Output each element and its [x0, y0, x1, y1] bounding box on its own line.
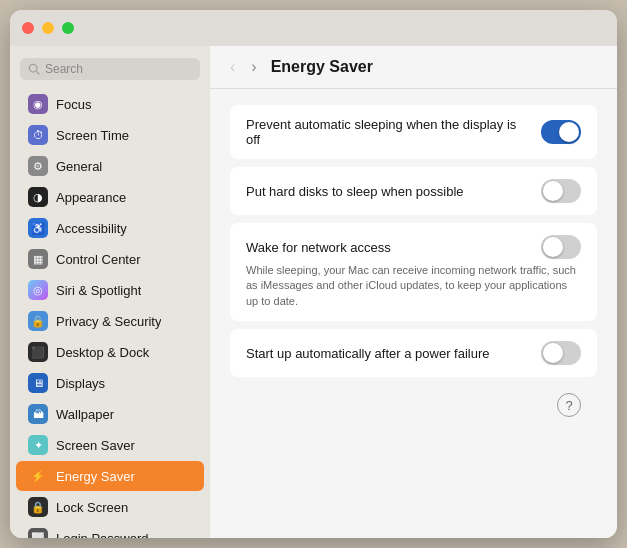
search-icon	[28, 63, 40, 75]
wallpaper-icon: 🏔	[28, 404, 48, 424]
sidebar-item-accessibility[interactable]: ♿Accessibility	[16, 213, 204, 243]
maximize-button[interactable]	[62, 22, 74, 34]
minimize-button[interactable]	[42, 22, 54, 34]
sidebar-item-energysaver[interactable]: ⚡Energy Saver	[16, 461, 204, 491]
sidebar-item-privacy[interactable]: 🔒Privacy & Security	[16, 306, 204, 336]
sidebar-item-focus[interactable]: ◉Focus	[16, 89, 204, 119]
screentime-icon: ⏱	[28, 125, 48, 145]
desktopdock-icon: ⬛	[28, 342, 48, 362]
lockscreen-icon: 🔒	[28, 497, 48, 517]
general-icon: ⚙	[28, 156, 48, 176]
search-input[interactable]	[45, 62, 192, 76]
sidebar-item-lockscreen[interactable]: 🔒Lock Screen	[16, 492, 204, 522]
setting-description-wake-network: While sleeping, your Mac can receive inc…	[246, 263, 581, 309]
page-title: Energy Saver	[271, 58, 373, 76]
setting-hard-disk-sleep: Put hard disks to sleep when possible	[230, 167, 597, 215]
help-btn-area: ?	[230, 389, 597, 421]
sidebar-label-controlcenter: Control Center	[56, 252, 141, 267]
sidebar-item-screentime[interactable]: ⏱Screen Time	[16, 120, 204, 150]
settings-area: Prevent automatic sleeping when the disp…	[210, 89, 617, 538]
appearance-icon: ◑	[28, 187, 48, 207]
displays-icon: 🖥	[28, 373, 48, 393]
sidebar-label-privacy: Privacy & Security	[56, 314, 161, 329]
sidebar-label-energysaver: Energy Saver	[56, 469, 135, 484]
sidebar-label-accessibility: Accessibility	[56, 221, 127, 236]
sidebar-items: ◉Focus⏱Screen Time⚙General◑Appearance♿Ac…	[10, 88, 210, 538]
sidebar-item-wallpaper[interactable]: 🏔Wallpaper	[16, 399, 204, 429]
controlcenter-icon: ▦	[28, 249, 48, 269]
sidebar-item-general[interactable]: ⚙General	[16, 151, 204, 181]
screensaver-icon: ✦	[28, 435, 48, 455]
toggle-knob-prevent-sleep	[559, 122, 579, 142]
toggle-knob-wake-network	[543, 237, 563, 257]
sidebar-label-wallpaper: Wallpaper	[56, 407, 114, 422]
toggle-hard-disk-sleep[interactable]	[541, 179, 581, 203]
main-header: ‹ › Energy Saver	[210, 46, 617, 89]
sidebar-label-screensaver: Screen Saver	[56, 438, 135, 453]
setting-startup-power: Start up automatically after a power fai…	[230, 329, 597, 377]
sidebar-item-appearance[interactable]: ◑Appearance	[16, 182, 204, 212]
sidebar-item-displays[interactable]: 🖥Displays	[16, 368, 204, 398]
sidebar-item-desktopdock[interactable]: ⬛Desktop & Dock	[16, 337, 204, 367]
sidebar-label-desktopdock: Desktop & Dock	[56, 345, 149, 360]
focus-icon: ◉	[28, 94, 48, 114]
sidebar-label-focus: Focus	[56, 97, 91, 112]
back-button[interactable]: ‹	[226, 56, 239, 78]
accessibility-icon: ♿	[28, 218, 48, 238]
sidebar-item-screensaver[interactable]: ✦Screen Saver	[16, 430, 204, 460]
sidebar-label-displays: Displays	[56, 376, 105, 391]
help-button[interactable]: ?	[557, 393, 581, 417]
sidebar-item-siri[interactable]: ◎Siri & Spotlight	[16, 275, 204, 305]
search-box[interactable]	[20, 58, 200, 80]
toggle-startup-power[interactable]	[541, 341, 581, 365]
setting-wake-network: Wake for network access While sleeping, …	[230, 223, 597, 321]
setting-prevent-sleep: Prevent automatic sleeping when the disp…	[230, 105, 597, 159]
content-area: ◉Focus⏱Screen Time⚙General◑Appearance♿Ac…	[10, 46, 617, 538]
loginpassword-icon: ⬜	[28, 528, 48, 538]
siri-icon: ◎	[28, 280, 48, 300]
sidebar-label-general: General	[56, 159, 102, 174]
wake-row-top: Wake for network access	[246, 235, 581, 259]
sidebar-label-loginpassword: Login Password	[56, 531, 149, 539]
svg-line-1	[36, 71, 39, 74]
titlebar	[10, 10, 617, 46]
energysaver-icon: ⚡	[28, 466, 48, 486]
sidebar-label-lockscreen: Lock Screen	[56, 500, 128, 515]
forward-button[interactable]: ›	[247, 56, 260, 78]
toggle-knob-startup-power	[543, 343, 563, 363]
sidebar-label-screentime: Screen Time	[56, 128, 129, 143]
setting-label-prevent-sleep: Prevent automatic sleeping when the disp…	[246, 117, 529, 147]
sidebar: ◉Focus⏱Screen Time⚙General◑Appearance♿Ac…	[10, 46, 210, 538]
toggle-wake-network[interactable]	[541, 235, 581, 259]
sidebar-label-appearance: Appearance	[56, 190, 126, 205]
sidebar-label-siri: Siri & Spotlight	[56, 283, 141, 298]
setting-label-startup-power: Start up automatically after a power fai…	[246, 346, 529, 361]
setting-label-hard-disk-sleep: Put hard disks to sleep when possible	[246, 184, 529, 199]
toggle-prevent-sleep[interactable]	[541, 120, 581, 144]
main-content: ‹ › Energy Saver Prevent automatic sleep…	[210, 46, 617, 538]
window: ◉Focus⏱Screen Time⚙General◑Appearance♿Ac…	[10, 10, 617, 538]
setting-label-wake-network: Wake for network access	[246, 240, 529, 255]
sidebar-item-loginpassword[interactable]: ⬜Login Password	[16, 523, 204, 538]
toggle-knob-hard-disk-sleep	[543, 181, 563, 201]
privacy-icon: 🔒	[28, 311, 48, 331]
sidebar-item-controlcenter[interactable]: ▦Control Center	[16, 244, 204, 274]
close-button[interactable]	[22, 22, 34, 34]
